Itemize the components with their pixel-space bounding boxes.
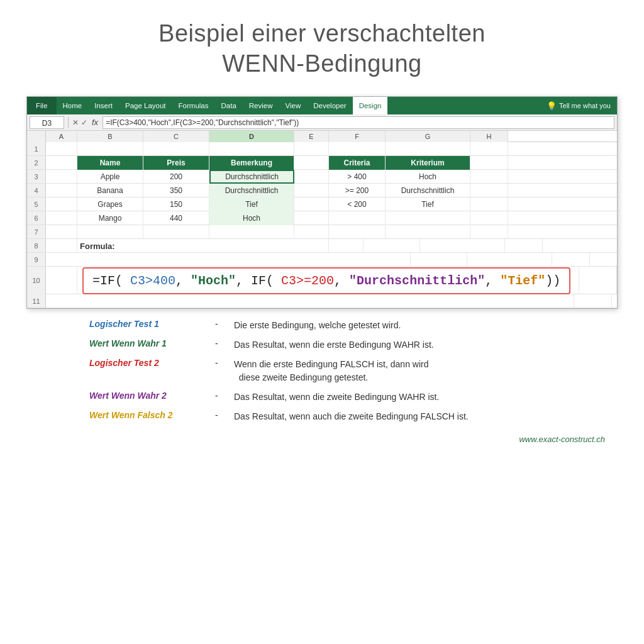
cell-reference[interactable]: D3: [30, 116, 64, 129]
cell-f4[interactable]: >= 200: [329, 184, 386, 197]
formula-if-start: =IF(: [92, 274, 123, 288]
cell-c2-header[interactable]: Preis: [143, 156, 209, 170]
cell-f1[interactable]: [329, 142, 386, 156]
cell-f7[interactable]: [329, 225, 386, 239]
ribbon-developer[interactable]: Developer: [307, 97, 352, 114]
ribbon-review[interactable]: Review: [243, 97, 279, 114]
cell-h7[interactable]: [470, 225, 508, 239]
cell-c7[interactable]: [143, 225, 209, 239]
cell-g4[interactable]: Durchschnittlich: [386, 184, 470, 197]
cell-g2-header[interactable]: Kriterium: [386, 156, 470, 170]
cell-a1[interactable]: [46, 142, 77, 156]
ribbon-view[interactable]: View: [279, 97, 308, 114]
cell-g3[interactable]: Hoch: [386, 170, 470, 184]
cell-b3[interactable]: Apple: [77, 170, 143, 184]
cell-h4[interactable]: [470, 184, 508, 197]
col-header-b[interactable]: B: [77, 131, 143, 142]
page-title: Beispiel einer verschachtelten WENN-Bedi…: [158, 19, 486, 79]
cell-h6[interactable]: [470, 211, 508, 225]
cell-c3[interactable]: 200: [143, 170, 209, 184]
formula-comma2: , IF(: [236, 274, 274, 288]
cell-h1[interactable]: [470, 142, 508, 156]
legend-sep-2: -: [215, 338, 234, 348]
cell-h3[interactable]: [470, 170, 508, 184]
cell-a10[interactable]: [46, 267, 77, 294]
cell-d2-header[interactable]: Bemerkung: [209, 156, 294, 170]
cell-h8[interactable]: [505, 239, 543, 253]
cell-c5[interactable]: 150: [143, 197, 209, 211]
col-header-f[interactable]: F: [329, 131, 386, 142]
cell-a4[interactable]: [46, 184, 77, 197]
cell-a3[interactable]: [46, 170, 77, 184]
cancel-icon[interactable]: ✕: [72, 118, 79, 127]
cell-d6[interactable]: Hoch: [209, 211, 294, 225]
cell-h9[interactable]: [552, 253, 590, 267]
cell-e5[interactable]: [294, 197, 329, 211]
cell-f8[interactable]: [364, 239, 420, 253]
cell-g5[interactable]: Tief: [386, 197, 470, 211]
cell-e3[interactable]: [294, 170, 329, 184]
cell-e2[interactable]: [294, 156, 329, 170]
col-header-d[interactable]: D: [209, 131, 294, 142]
ribbon-home[interactable]: Home: [57, 97, 89, 114]
cell-a8[interactable]: [46, 239, 77, 253]
cell-d5[interactable]: Tief: [209, 197, 294, 211]
ribbon-data[interactable]: Data: [215, 97, 243, 114]
confirm-icon[interactable]: ✓: [81, 118, 87, 127]
formula-input[interactable]: [103, 116, 614, 129]
cell-b2-header[interactable]: Name: [77, 156, 143, 170]
cell-d1[interactable]: [209, 142, 294, 156]
ribbon-formulas[interactable]: Formulas: [172, 97, 215, 114]
cell-h10[interactable]: [579, 267, 617, 294]
col-header-h[interactable]: H: [470, 131, 508, 142]
cell-d4[interactable]: Durchschnittlich: [209, 184, 294, 197]
cell-e1[interactable]: [294, 142, 329, 156]
cell-h5[interactable]: [470, 197, 508, 211]
cell-e8[interactable]: [329, 239, 364, 253]
row-num-6: 6: [27, 211, 46, 225]
spreadsheet: A B C D E F G H 1: [27, 131, 617, 308]
cell-b6[interactable]: Mango: [77, 211, 143, 225]
cell-a2[interactable]: [46, 156, 77, 170]
cell-g7[interactable]: [386, 225, 470, 239]
cell-f2-header[interactable]: Criteria: [329, 156, 386, 170]
cell-c1[interactable]: [143, 142, 209, 156]
ribbon-page-layout[interactable]: Page Layout: [119, 97, 172, 114]
cell-e7[interactable]: [294, 225, 329, 239]
cell-b5[interactable]: Grapes: [77, 197, 143, 211]
ribbon-tell-me[interactable]: 💡 Tell me what you: [547, 97, 617, 114]
col-header-c[interactable]: C: [143, 131, 209, 142]
cell-a5[interactable]: [46, 197, 77, 211]
cell-f3[interactable]: > 400: [329, 170, 386, 184]
cell-b4[interactable]: Banana: [77, 184, 143, 197]
cell-b7[interactable]: [77, 225, 143, 239]
cell-c4[interactable]: 350: [143, 184, 209, 197]
col-header-g[interactable]: G: [386, 131, 470, 142]
formula-value3: "Tief": [500, 274, 545, 288]
cell-b1[interactable]: [77, 142, 143, 156]
cell-a6[interactable]: [46, 211, 77, 225]
col-header-e[interactable]: E: [294, 131, 329, 142]
cell-f9[interactable]: [411, 253, 467, 267]
cell-h11[interactable]: [574, 294, 612, 308]
ribbon-file[interactable]: File: [27, 97, 57, 114]
title-line1: Beispiel einer verschachtelten: [158, 20, 486, 47]
cell-c6[interactable]: 440: [143, 211, 209, 225]
cell-d3[interactable]: Durchschnittlich: [209, 170, 294, 184]
cell-g6[interactable]: [386, 211, 470, 225]
title-line2: WENN-Bedingung: [222, 50, 421, 77]
cell-g1[interactable]: [386, 142, 470, 156]
cell-e4[interactable]: [294, 184, 329, 197]
cell-g8[interactable]: [420, 239, 505, 253]
cell-g9[interactable]: [467, 253, 552, 267]
col-header-a[interactable]: A: [46, 131, 77, 142]
cell-e6[interactable]: [294, 211, 329, 225]
legend-row-3: Logischer Test 2 - Wenn die erste Beding…: [89, 358, 586, 384]
cell-d7[interactable]: [209, 225, 294, 239]
cell-f6[interactable]: [329, 211, 386, 225]
cell-h2[interactable]: [470, 156, 508, 170]
cell-a7[interactable]: [46, 225, 77, 239]
cell-f5[interactable]: < 200: [329, 197, 386, 211]
ribbon-insert[interactable]: Insert: [88, 97, 119, 114]
ribbon-design[interactable]: Design: [353, 97, 388, 114]
